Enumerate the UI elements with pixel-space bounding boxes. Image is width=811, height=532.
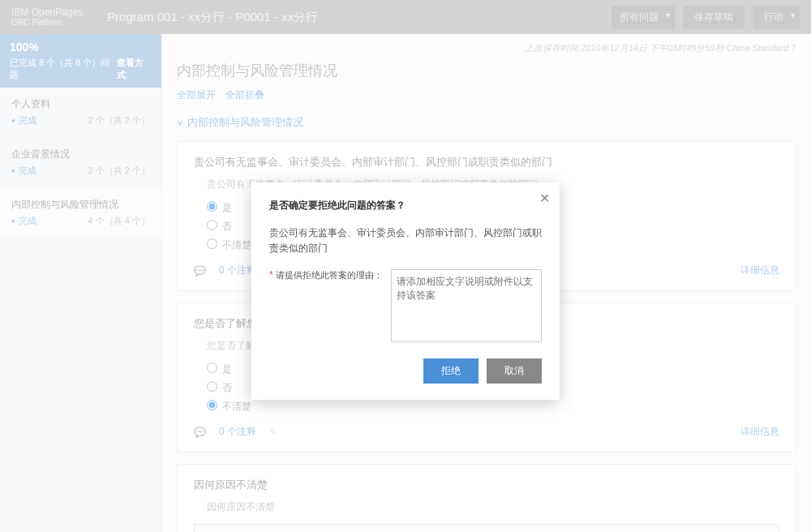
modal-body: 贵公司有无监事会、审计委员会、内部审计部门、风控部门或职责类似的部门 [269, 225, 542, 256]
reject-button[interactable]: 拒绝 [423, 358, 478, 384]
modal-label-wrap: * 请提供拒绝此答案的理由： [269, 269, 383, 342]
cancel-button[interactable]: 取消 [487, 358, 542, 384]
close-icon[interactable]: ✕ [539, 191, 550, 206]
modal-overlay: ✕ 是否确定要拒绝此问题的答案？ 贵公司有无监事会、审计委员会、内部审计部门、风… [0, 0, 811, 532]
modal-title: 是否确定要拒绝此问题的答案？ [269, 199, 542, 212]
modal-label: 请提供拒绝此答案的理由： [276, 270, 383, 280]
reject-modal: ✕ 是否确定要拒绝此问题的答案？ 贵公司有无监事会、审计委员会、内部审计部门、风… [251, 182, 560, 400]
required-indicator: * [269, 269, 273, 281]
reject-reason-textarea[interactable] [391, 269, 542, 342]
